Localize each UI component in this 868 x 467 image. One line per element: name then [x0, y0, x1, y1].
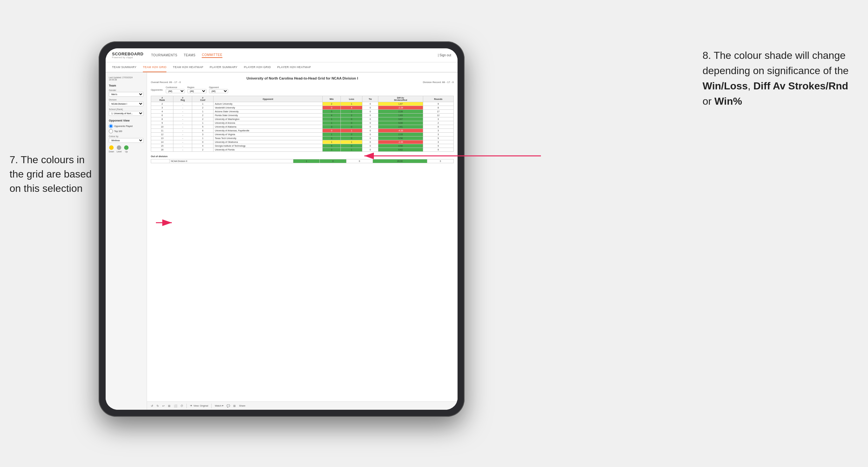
opponent-view-title: Opponent View [109, 119, 144, 122]
conference-label: Conference [166, 86, 185, 88]
table-row: 11 - 6 University of Arkansas, Fayettevi… [151, 129, 454, 133]
colour-by-label: Colour by [109, 135, 144, 137]
table-row: 16 - 2 University of Florida 3 1 0 6.62 … [151, 148, 454, 152]
col-diff: Diff AvStrokes/Rnd [378, 96, 423, 102]
gender-select[interactable]: Men's [109, 92, 144, 97]
filter-row: Opponents: Conference (All) Region (All) [151, 86, 454, 93]
watch-btn[interactable]: Watch ▾ [215, 404, 223, 407]
colour-by-select[interactable]: Win/loss [109, 138, 144, 143]
app-nav: SCOREBOARD Powered by clippd TOURNAMENTS… [106, 49, 458, 62]
table-row: 15 - 4 Georgia Institute of Technology 5… [151, 144, 454, 148]
col-conf: #Conf [192, 96, 214, 102]
radio-opponents-played[interactable]: Opponents Played [109, 124, 144, 128]
timestamp: Last Updated: 27/03/2024 16:55:38 [109, 76, 144, 81]
legend-up-label: Up [125, 151, 128, 153]
table-row: 14 - 0 University of Oklahoma 1 1 0 -1.0… [151, 140, 454, 144]
time-icon[interactable]: ⏱ [180, 404, 183, 407]
tab-player-h2h-heatmap[interactable]: PLAYER H2H HEATMAP [277, 63, 311, 72]
out-division-table: NCAA Division II 1 0 0 26.00 3 [151, 159, 454, 163]
tab-team-h2h-grid[interactable]: TEAM H2H GRID [143, 63, 166, 72]
conference-select[interactable]: (All) [166, 89, 185, 93]
legend-level-dot [117, 145, 121, 150]
region-label: Region [187, 86, 207, 88]
toolbar-divider [186, 404, 187, 408]
legend-down-label: Down [109, 151, 114, 153]
left-panel: Last Updated: 27/03/2024 16:55:38 Team G… [106, 72, 147, 410]
view-original-btn[interactable]: 👁 View: Original [190, 404, 208, 407]
col-reg: #Reg [174, 96, 192, 102]
share-grid-icon[interactable]: ⊞ [233, 404, 236, 407]
radio-top-100[interactable]: Top 100 [109, 129, 144, 133]
table-row: 10 - 5 University of Alabama 3 0 0 2.61 … [151, 125, 454, 129]
app-logo: SCOREBOARD Powered by clippd [112, 52, 144, 59]
col-rank: #Rank [151, 96, 174, 102]
grid-area: University of North Carolina Head-to-Hea… [147, 72, 458, 402]
nav-teams[interactable]: TEAMS [184, 53, 195, 58]
division-label: Division [109, 99, 144, 101]
undo-icon[interactable]: ↺ [151, 404, 153, 407]
region-select[interactable]: (All) [187, 89, 207, 93]
school-select[interactable]: 1. University of Nort... [109, 111, 144, 116]
paste-icon[interactable]: ⬜ [174, 404, 177, 407]
sub-nav: TEAM SUMMARY TEAM H2H GRID TEAM H2H HEAT… [106, 62, 458, 72]
data-table: #Rank #Reg #Conf Opponent Win Loss Tie D… [151, 96, 454, 152]
col-tie: Tie [363, 96, 378, 102]
ipad-screen: SCOREBOARD Powered by clippd TOURNAMENTS… [106, 49, 458, 410]
opponent-label: Opponent [209, 86, 228, 88]
table-row: 13 - 1 Texas Tech University 3 0 0 5.56 … [151, 136, 454, 140]
ipad-device: SCOREBOARD Powered by clippd TOURNAMENTS… [99, 41, 465, 417]
annotation-left: 7. The colours in the grid are based on … [9, 153, 99, 195]
toolbar-divider2 [211, 404, 212, 408]
school-label: School (Rank) [109, 108, 144, 111]
col-opponent: Opponent [214, 96, 323, 102]
table-row: 12 - 3 University of Virginia 1 0 0 2.33… [151, 133, 454, 136]
table-row: 9 - 1 University of Arizona 1 0 0 9.00 2 [151, 121, 454, 125]
division-select[interactable]: NCAA Division I [109, 101, 144, 106]
legend-down-dot [109, 145, 114, 150]
main-content: Last Updated: 27/03/2024 16:55:38 Team G… [106, 72, 458, 410]
opponent-view-radios: Opponents Played Top 100 [109, 124, 144, 133]
grid-title: University of North Carolina Head-to-Hea… [151, 76, 454, 80]
copy-icon[interactable]: ⊞ [168, 404, 170, 407]
tab-team-summary[interactable]: TEAM SUMMARY [112, 63, 136, 72]
nav-committee[interactable]: COMMITTEE [202, 53, 222, 58]
bottom-toolbar: ↺ ↻ ↩ ⊞ ⬜ ⏱ 👁 View: Original Watch ▾ 💬 ⊞… [147, 402, 458, 410]
col-loss: Loss [341, 96, 363, 102]
tab-team-h2h-heatmap[interactable]: TEAM H2H HEATMAP [173, 63, 203, 72]
share-btn[interactable]: Share [239, 404, 245, 407]
comment-icon[interactable]: 💬 [226, 404, 230, 407]
annotation-right: 8. The colour shade will change dependin… [703, 48, 849, 109]
opponent-select[interactable]: (All) [209, 89, 228, 93]
out-division-label: Out of division [151, 155, 454, 158]
redo-icon[interactable]: ↻ [157, 404, 159, 407]
table-row: 6 - 2 Florida State University 4 2 0 1.8… [151, 114, 454, 117]
out-division-row: NCAA Division II 1 0 0 26.00 3 [151, 159, 454, 163]
tab-player-summary[interactable]: PLAYER SUMMARY [210, 63, 237, 72]
col-rounds: Rounds [423, 96, 454, 102]
legend-level-label: Level [117, 151, 122, 153]
tab-player-h2h-grid[interactable]: PLAYER H2H GRID [244, 63, 271, 72]
opponents-label: Opponents: [151, 88, 163, 91]
sign-out[interactable]: | Sign out [438, 54, 451, 57]
gender-label: Gender [109, 89, 144, 91]
legend-up-dot [124, 145, 128, 150]
table-row: 2 - 1 Auburn University 2 1 0 1.67 9 [151, 102, 454, 106]
table-row: 8 - 2 University of Washington 1 0 0 3.6… [151, 117, 454, 121]
table-row: 3 - 2 Vanderbilt University 0 4 0 -2.29 … [151, 106, 454, 110]
grid-record: Overall Record: 89 - 17 - 0 Division Rec… [151, 81, 454, 84]
team-section-title: Team [109, 84, 144, 87]
nav-links: TOURNAMENTS TEAMS COMMITTEE [151, 53, 430, 58]
nav-tournaments[interactable]: TOURNAMENTS [151, 53, 178, 58]
color-legend: Down Level Up [109, 145, 144, 153]
col-win: Win [322, 96, 341, 102]
table-row: 4 - 1 Arizona State University 5 1 0 2.2… [151, 110, 454, 114]
history-icon[interactable]: ↩ [162, 404, 165, 407]
